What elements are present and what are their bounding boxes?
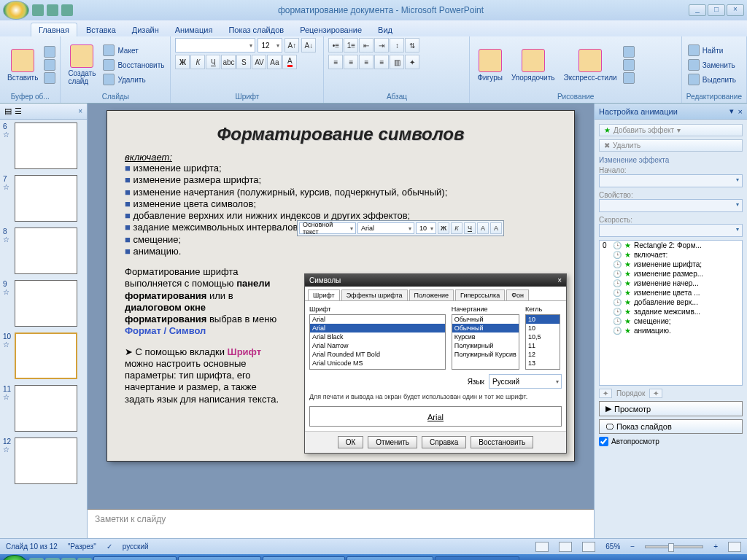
floating-format-toolbar[interactable]: Основной текст Arial 10 Ж К Ч A A (297, 220, 504, 236)
notes-pane[interactable]: Заметки к слайду (88, 509, 594, 538)
shape-fill-icon[interactable] (623, 46, 635, 58)
ok-button[interactable]: ОК (338, 436, 364, 448)
zoom-slider[interactable] (645, 545, 703, 548)
slide-thumbnail[interactable]: 7☆ (3, 175, 84, 222)
indent-inc-button[interactable]: ⇥ (374, 38, 389, 52)
mini-size-combo[interactable]: 10 (416, 222, 436, 234)
bullet-item[interactable]: изменение размера шрифта; (125, 174, 557, 186)
mini-font-combo[interactable]: Arial (357, 222, 414, 234)
slide-bullets[interactable]: изменение шрифта;изменение размера шрифт… (125, 163, 557, 257)
strike-button[interactable]: abc (221, 55, 236, 69)
tab-design[interactable]: Дизайн (125, 23, 166, 36)
cut-icon[interactable] (44, 46, 55, 58)
font-color-button[interactable]: A (282, 55, 297, 69)
font-dialog-tab[interactable]: Положение (409, 289, 454, 300)
align-right-button[interactable]: ≡ (359, 55, 374, 69)
preview-button[interactable]: ▶ Просмотр (599, 401, 743, 416)
animation-pane-menu-icon[interactable]: ▾ (729, 106, 734, 116)
find-button[interactable]: Найти (686, 44, 738, 57)
taskbar-item[interactable]: ▣Форматировани... (178, 556, 260, 560)
normal-view-button[interactable] (535, 542, 549, 552)
tab-insert[interactable]: Вставка (79, 23, 123, 36)
font-dialog-tab[interactable]: Эффекты шрифта (341, 289, 408, 300)
animation-list[interactable]: 0🕒★Rectangle 2: Форм...🕒★включает:🕒★изме… (599, 240, 743, 386)
font-listbox[interactable]: ArialArialArial BlackArial NarrowArial R… (309, 314, 446, 370)
animation-item[interactable]: 🕒★изменение цвета ... (600, 288, 742, 298)
slideshow-view-button[interactable] (582, 542, 595, 552)
tab-review[interactable]: Рецензирование (293, 23, 369, 36)
sorter-view-button[interactable] (559, 542, 572, 552)
taskbar-item[interactable]: ▣форматировани... (93, 556, 177, 560)
remove-effect-button[interactable]: ✖Удалить (599, 139, 743, 152)
animation-item[interactable]: 🕒★анимацию. (600, 326, 742, 335)
font-dialog-close-icon[interactable]: × (557, 276, 562, 284)
bullet-item[interactable]: изменение цвета символов; (125, 198, 557, 210)
animation-item[interactable]: 🕒★изменение размер... (600, 269, 742, 279)
bold-button[interactable]: Ж (175, 55, 190, 69)
office-button[interactable] (3, 1, 29, 20)
indent-dec-button[interactable]: ⇤ (359, 38, 374, 52)
redo-icon[interactable] (61, 4, 73, 16)
font-dialog-tab[interactable]: Шрифт (308, 289, 340, 300)
italic-button[interactable]: К (190, 55, 205, 69)
convert-smartart-button[interactable]: ✦ (405, 55, 419, 69)
animation-item[interactable]: 🕒★добавление верх... (600, 298, 742, 307)
justify-button[interactable]: ≡ (374, 55, 389, 69)
copy-icon[interactable] (44, 59, 55, 71)
close-button[interactable]: × (727, 4, 744, 16)
order-down-button[interactable]: ✦ (649, 389, 662, 398)
maximize-button[interactable]: □ (708, 4, 725, 16)
slide-thumbnail[interactable]: 11☆ (3, 385, 84, 432)
font-dialog-tab[interactable]: Фон (506, 289, 529, 300)
taskbar-item[interactable]: ▣Документ2 - Mic... (263, 556, 346, 560)
char-spacing-button[interactable]: AV (252, 55, 266, 69)
animation-pane-close-icon[interactable]: × (738, 107, 743, 116)
select-button[interactable]: Выделить (686, 73, 738, 86)
bullet-item[interactable]: изменение шрифта; (125, 163, 557, 174)
shapes-button[interactable]: Фигуры (474, 47, 505, 83)
font-family-combo[interactable] (175, 38, 255, 52)
save-icon[interactable] (32, 4, 44, 16)
slides-tab-icon[interactable]: ☰ (15, 106, 22, 116)
zoom-in-button[interactable]: + (713, 542, 718, 551)
help-button[interactable]: Справка (422, 436, 466, 448)
mini-underline-button[interactable]: Ч (464, 222, 476, 234)
undo-icon[interactable] (47, 4, 58, 16)
fit-button[interactable] (728, 542, 741, 552)
mini-bold-button[interactable]: Ж (438, 222, 449, 234)
slideshow-button[interactable]: 🖵 Показ слайдов (599, 419, 743, 434)
text-direction-button[interactable]: ⇅ (405, 38, 419, 52)
arrange-button[interactable]: Упорядочить (508, 47, 558, 83)
bullets-button[interactable]: •≡ (328, 38, 343, 52)
mini-highlight-button[interactable]: A (490, 222, 502, 234)
animation-item[interactable]: 0🕒★Rectangle 2: Форм... (600, 241, 742, 250)
tab-slideshow[interactable]: Показ слайдов (221, 23, 291, 36)
tab-home[interactable]: Главная (31, 23, 77, 36)
size-listbox[interactable]: 101010,51112131415 (525, 314, 560, 370)
mini-italic-button[interactable]: К (451, 222, 462, 234)
paste-button[interactable]: Вставить (4, 47, 41, 83)
line-spacing-button[interactable]: ↕ (390, 38, 404, 52)
align-center-button[interactable]: ≡ (344, 55, 358, 69)
shadow-button[interactable]: S (236, 55, 251, 69)
autopreview-checkbox[interactable]: Автопросмотр (599, 437, 743, 446)
order-up-button[interactable]: ✦ (599, 389, 612, 398)
add-effect-button[interactable]: ★Добавить эффект ▾ (599, 124, 743, 136)
start-combo[interactable] (599, 174, 743, 187)
font-size-combo[interactable]: 12 (258, 38, 282, 52)
slide-canvas[interactable]: Форматирование символов включает: измене… (107, 111, 574, 461)
slide-thumbnail[interactable]: 12☆ (3, 438, 84, 484)
bullet-item[interactable]: анимацию. (125, 246, 557, 257)
animation-item[interactable]: 🕒★включает: (600, 250, 742, 260)
shape-effects-icon[interactable] (623, 72, 635, 84)
reset-button[interactable]: Восстановить (471, 436, 533, 448)
lang-combo[interactable]: Русский (489, 374, 562, 389)
delete-slide-button[interactable]: Удалить (101, 73, 166, 86)
reset-slide-button[interactable]: Восстановить (101, 58, 166, 71)
minimize-button[interactable]: _ (689, 4, 706, 16)
quick-styles-button[interactable]: Экспресс-стили (560, 47, 619, 83)
change-case-button[interactable]: Aa (267, 55, 282, 69)
tab-view[interactable]: Вид (371, 23, 400, 36)
slide-intro[interactable]: включает: (125, 152, 557, 163)
shape-outline-icon[interactable] (623, 59, 635, 71)
